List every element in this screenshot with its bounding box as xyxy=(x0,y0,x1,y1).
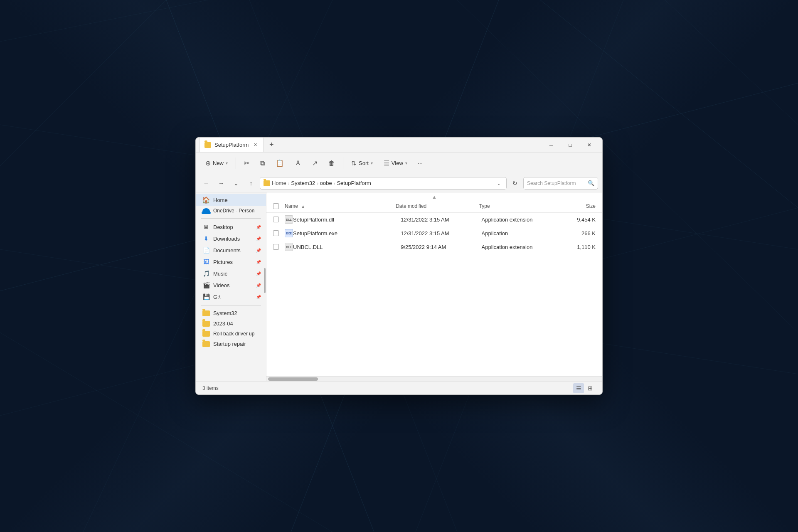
address-dropdown-icon[interactable]: ⌄ xyxy=(495,179,503,187)
tab-close-button[interactable]: ✕ xyxy=(252,142,259,148)
sidebar-item-system32[interactable]: System32 xyxy=(196,308,266,318)
delete-button[interactable]: 🗑 xyxy=(324,157,340,170)
sidebar-label-desktop: Desktop xyxy=(213,224,233,230)
view-button[interactable]: ☰ View ▾ xyxy=(379,156,412,170)
items-count: 3 items xyxy=(202,385,219,391)
file-date-1: 12/31/2022 3:15 AM xyxy=(401,217,481,223)
active-tab[interactable]: SetupPlatform ✕ xyxy=(199,138,264,152)
path-sep-2: › xyxy=(317,181,318,186)
forward-button[interactable]: → xyxy=(215,177,227,190)
sidebar-item-music[interactable]: 🎵 Music 📌 xyxy=(196,268,266,279)
pictures-pin-icon: 📌 xyxy=(256,260,261,264)
file-name-2: SetupPlatform.exe xyxy=(293,230,401,236)
minimize-button[interactable]: ─ xyxy=(542,138,561,153)
size-column-header[interactable]: Size xyxy=(562,203,596,209)
file-date-3: 9/25/2022 9:14 AM xyxy=(401,244,481,250)
music-icon: 🎵 xyxy=(202,270,210,277)
path-sep-3: › xyxy=(334,181,335,186)
maximize-button[interactable]: □ xyxy=(561,138,580,153)
sidebar: 🏠 Home OneDrive - Person 🖥 Desktop 📌 ⬇ D… xyxy=(196,192,266,381)
paste-button[interactable]: 📋 xyxy=(271,156,288,170)
row2-checkbox[interactable] xyxy=(273,230,279,236)
videos-icon: 🎬 xyxy=(202,281,210,289)
sidebar-label-music: Music xyxy=(213,271,227,277)
toolbar-separator-2 xyxy=(343,158,343,169)
videos-pin-icon: 📌 xyxy=(256,283,261,288)
file-size-1: 9,454 K xyxy=(562,217,596,223)
tab-area: SetupPlatform ✕ + xyxy=(199,138,542,152)
sidebar-item-onedrive[interactable]: OneDrive - Person xyxy=(196,206,266,216)
name-column-header[interactable]: Name ▲ xyxy=(285,203,396,209)
file-row-dll[interactable]: DLL SetupPlatform.dll 12/31/2022 3:15 AM… xyxy=(266,213,602,227)
header-checkbox[interactable] xyxy=(273,203,279,209)
setupplatform-exe-icon: EXE xyxy=(285,229,293,237)
svg-line-13 xyxy=(0,0,166,166)
horizontal-scrollbar[interactable] xyxy=(266,376,602,381)
sidebar-item-rollback[interactable]: Roll back driver up xyxy=(196,329,266,339)
address-folder-icon xyxy=(264,180,270,186)
row3-checkbox[interactable] xyxy=(273,244,279,250)
up-button[interactable]: ↑ xyxy=(245,177,257,190)
type-column-header[interactable]: Type xyxy=(479,203,562,209)
sidebar-label-pictures: Pictures xyxy=(213,259,233,265)
grid-view-toggle[interactable]: ⊞ xyxy=(585,383,596,393)
sidebar-scrollbar[interactable] xyxy=(264,268,266,293)
back-button[interactable]: ← xyxy=(200,177,212,190)
sidebar-label-drive-g: G:\ xyxy=(213,294,220,300)
sort-button[interactable]: ⇅ Sort ▾ xyxy=(347,157,377,170)
search-box[interactable]: Search SetupPlatform 🔍 xyxy=(523,177,598,190)
status-bar: 3 items ☰ ⊞ xyxy=(196,381,602,394)
downloads-pin-icon: 📌 xyxy=(256,236,261,241)
row1-checkbox[interactable] xyxy=(273,217,279,222)
delete-icon: 🗑 xyxy=(328,160,335,167)
sidebar-label-system32: System32 xyxy=(213,310,237,316)
new-label: New xyxy=(213,160,224,166)
close-button[interactable]: ✕ xyxy=(580,138,599,153)
file-row-unbcl[interactable]: DLL UNBCL.DLL 9/25/2022 9:14 AM Applicat… xyxy=(266,240,602,254)
sidebar-item-drive-g[interactable]: 💾 G:\ 📌 xyxy=(196,291,266,303)
more-options-button[interactable]: ··· xyxy=(414,157,427,170)
new-button[interactable]: ⊕ New ▾ xyxy=(201,156,232,170)
file-row-exe[interactable]: EXE SetupPlatform.exe 12/31/2022 3:15 AM… xyxy=(266,227,602,240)
name-header-label: Name xyxy=(285,203,298,209)
sidebar-item-videos[interactable]: 🎬 Videos 📌 xyxy=(196,279,266,291)
file-size-3: 1,110 K xyxy=(562,244,596,250)
size-header-label: Size xyxy=(586,203,596,209)
unbcl-dll-icon: DLL xyxy=(285,243,293,251)
copy-button[interactable]: ⧉ xyxy=(256,157,269,170)
cut-button[interactable]: ✂ xyxy=(239,156,254,170)
address-bar[interactable]: Home › System32 › oobe › SetupPlatform ⌄ xyxy=(260,177,507,190)
view-icon: ☰ xyxy=(384,159,389,167)
sidebar-label-startup: Startup repair xyxy=(213,341,246,347)
cut-icon: ✂ xyxy=(244,159,249,167)
sidebar-item-desktop[interactable]: 🖥 Desktop 📌 xyxy=(196,221,266,233)
sidebar-item-pictures[interactable]: 🖼 Pictures 📌 xyxy=(196,256,266,268)
select-all-checkbox[interactable] xyxy=(273,203,285,209)
startup-folder-icon xyxy=(202,341,210,347)
date-header-label: Date modified xyxy=(396,203,426,209)
recent-locations-button[interactable]: ⌄ xyxy=(230,177,242,190)
sidebar-label-videos: Videos xyxy=(213,282,230,288)
view-label: View xyxy=(392,160,403,166)
sidebar-item-startup[interactable]: Startup repair xyxy=(196,339,266,349)
rename-button[interactable]: Ａ xyxy=(290,156,306,170)
new-tab-button[interactable]: + xyxy=(266,139,277,151)
sidebar-item-home[interactable]: 🏠 Home xyxy=(196,194,266,206)
sidebar-item-2023-04[interactable]: 2023-04 xyxy=(196,318,266,329)
sidebar-separator-2 xyxy=(201,305,261,305)
file-type-1: Application extension xyxy=(482,217,562,223)
sidebar-item-downloads[interactable]: ⬇ Downloads 📌 xyxy=(196,233,266,244)
date-column-header[interactable]: Date modified xyxy=(396,203,479,209)
view-toggle-area: ☰ ⊞ xyxy=(573,383,596,393)
refresh-button[interactable]: ↻ xyxy=(509,177,521,189)
file-date-2: 12/31/2022 3:15 AM xyxy=(401,230,481,236)
sidebar-item-documents[interactable]: 📄 Documents 📌 xyxy=(196,244,266,256)
list-view-toggle[interactable]: ☰ xyxy=(573,383,584,393)
h-scroll-thumb[interactable] xyxy=(268,377,318,381)
share-button[interactable]: ↗ xyxy=(308,156,322,170)
view-chevron-icon: ▾ xyxy=(405,161,407,165)
sort-chevron-icon: ▾ xyxy=(371,161,373,165)
onedrive-icon xyxy=(202,208,210,213)
desktop-icon: 🖥 xyxy=(202,223,210,231)
file-list: DLL SetupPlatform.dll 12/31/2022 3:15 AM… xyxy=(266,213,602,376)
